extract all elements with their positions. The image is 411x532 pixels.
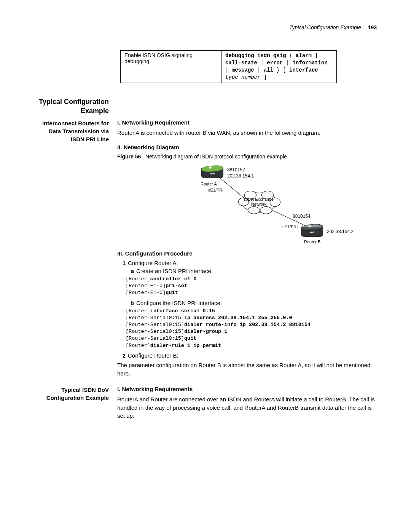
heading-diagram: II. Networking Diagram	[117, 144, 377, 150]
step-1b: b Configure the ISDN PRI interface.	[126, 300, 377, 306]
subsection-2: Typical ISDN DoV Configuration Example I…	[37, 386, 377, 420]
figure-label: Figure 56	[117, 153, 141, 160]
router-a-ip: 202.38.154.1	[227, 173, 254, 179]
heading-req: I. Networking Requirement	[117, 119, 377, 126]
step-1-substeps: a Create an ISDN PRI interface.	[117, 268, 377, 274]
step-1: 1 Configure Router A:	[117, 260, 377, 266]
router-b-name: Router B	[304, 240, 320, 244]
cloud-bump-5	[248, 206, 260, 214]
step-1a: a Create an ISDN PRI interface.	[126, 268, 377, 274]
subsection-1-side: Interconnect Routers for Data Transmissi…	[37, 119, 109, 143]
command-syntax-cell: debugging isdn qsig { alarm | call-state…	[221, 51, 337, 83]
page-number: 193	[368, 24, 377, 30]
cloud-label: ISDN Exchange Network	[243, 197, 274, 207]
router-a-num: 8810152	[227, 167, 245, 173]
section-heading-row: Typical Configuration Example	[37, 97, 377, 116]
router-b-icon: ◈ ➔➔	[301, 224, 323, 237]
page: Typical Configuration Example 193 Enable…	[0, 0, 411, 532]
running-header-title: Typical Configuration Example	[289, 24, 361, 30]
cloud-bump-6	[260, 206, 272, 214]
running-header: Typical Configuration Example 193	[37, 24, 377, 30]
command-desc: Enable ISDN QSIG signaling debugging	[124, 52, 193, 64]
router-a-name: Router A	[201, 182, 217, 186]
step-2-num: 2	[117, 352, 128, 359]
step-1b-label: b	[126, 300, 136, 306]
section-rule	[37, 93, 377, 93]
code-block-2: [Router]interface serial 0:15 [Router-Se…	[126, 308, 377, 349]
step-1-text: Configure Router A:	[128, 260, 178, 266]
heading-procedure: III. Configuration Procedure	[117, 250, 377, 257]
subsection-2-side: Typical ISDN DoV Configuration Example	[37, 386, 109, 402]
req-body: Router A is connected with router B via …	[117, 129, 377, 137]
step-2-body: The parameter configuration on Router B …	[117, 361, 377, 378]
step-1a-text: Create an ISDN PRI interface.	[136, 268, 213, 274]
section-title: Typical Configuration Example	[37, 97, 109, 116]
router-b-iface: cE1/PRI	[282, 224, 298, 229]
step-1-num: 1	[117, 260, 128, 266]
network-diagram: ISDN Exchange Network ◈ ➔➔ Router A cE1/…	[167, 163, 327, 243]
step-2-text: Configure Router B:	[128, 352, 178, 359]
subsection-1: Interconnect Routers for Data Transmissi…	[37, 119, 377, 386]
figure-caption-text: Networking diagram of ISDN protocol conf…	[145, 153, 287, 160]
heading-req-2: I. Networking Requirements	[117, 386, 377, 392]
router-a-icon: ◈ ➔➔	[201, 166, 223, 179]
router-b-ip: 202.38.154.2	[327, 229, 354, 234]
command-syntax: debugging isdn qsig { alarm | call-state…	[225, 53, 328, 80]
code-block-1: [Router]controller e1 0 [Router-E1-0]pri…	[126, 276, 377, 297]
command-table: Enable ISDN QSIG signaling debugging deb…	[120, 50, 337, 83]
router-b-num: 8810154	[293, 214, 311, 219]
step-2: 2 Configure Router B:	[117, 352, 377, 359]
command-desc-cell: Enable ISDN QSIG signaling debugging	[121, 51, 221, 83]
figure-caption: Figure 56 Networking diagram of ISDN pro…	[117, 153, 377, 160]
step-1b-text: Configure the ISDN PRI interface.	[136, 300, 222, 306]
step-1a-label: a	[126, 268, 136, 274]
req-body-2: RouterA and Router are connected over an…	[117, 395, 377, 420]
procedure-list: 1 Configure Router A: a Create an ISDN P…	[117, 260, 377, 359]
router-a-iface: cE1/PRI	[208, 188, 223, 192]
